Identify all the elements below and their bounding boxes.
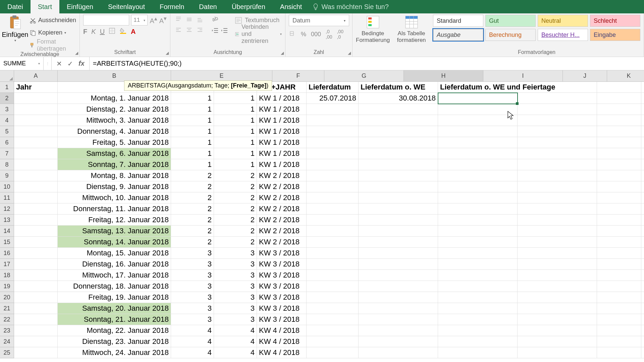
cell[interactable]: KW 1 / 2018	[257, 104, 307, 115]
cell[interactable]	[518, 93, 597, 104]
cell[interactable]	[14, 226, 58, 237]
cell[interactable]: KW 1 / 2018	[257, 148, 307, 159]
cell[interactable]	[438, 159, 518, 170]
align-middle-icon[interactable]	[184, 15, 194, 24]
cell[interactable]: 1	[214, 159, 257, 170]
column-header[interactable]: B	[58, 70, 171, 82]
cell[interactable]	[438, 104, 518, 115]
cell[interactable]: Lieferdatum	[307, 82, 359, 93]
cell[interactable]: Samstag, 6. Januar 2018	[58, 148, 171, 159]
cell[interactable]: KW 4 / 2018	[257, 336, 307, 347]
column-header[interactable]: H	[404, 70, 483, 82]
cell[interactable]	[14, 325, 58, 336]
cell[interactable]: 1	[214, 93, 257, 104]
cell[interactable]: 3	[171, 292, 214, 303]
cell[interactable]: 30.08.2018	[359, 93, 438, 104]
cell[interactable]: Dienstag, 9. Januar 2018	[58, 181, 171, 192]
cell[interactable]	[641, 181, 644, 192]
cell[interactable]	[307, 126, 359, 137]
cell[interactable]	[597, 148, 641, 159]
cell[interactable]	[359, 170, 438, 181]
cell[interactable]	[14, 347, 58, 358]
select-all-corner[interactable]	[0, 70, 14, 82]
menu-tab-daten[interactable]: Daten	[192, 0, 224, 13]
decrease-font-icon[interactable]: A▾	[159, 15, 167, 25]
cell[interactable]	[307, 170, 359, 181]
cell[interactable]	[359, 248, 438, 259]
cell[interactable]: 2	[214, 215, 257, 226]
merge-center-button[interactable]: Verbinden und zentrieren▾	[235, 28, 282, 40]
row-header[interactable]: 5	[0, 126, 14, 137]
style-schlecht[interactable]: Schlecht	[590, 15, 640, 27]
number-format-combo[interactable]: Datum▾	[289, 15, 349, 26]
cell[interactable]	[307, 325, 359, 336]
cell[interactable]	[597, 203, 641, 215]
cell[interactable]	[641, 215, 644, 226]
row-header[interactable]: 18	[0, 270, 14, 281]
cell[interactable]	[438, 270, 518, 281]
cell[interactable]: Mittwoch, 3. Januar 2018	[58, 115, 171, 126]
cell[interactable]	[438, 137, 518, 148]
dialog-launcher-icon[interactable]: ◢	[281, 51, 284, 55]
name-box[interactable]: SUMME▾	[0, 57, 44, 70]
style-eingabe[interactable]: Eingabe	[590, 29, 640, 41]
cell[interactable]: KW 1 / 2018	[257, 159, 307, 170]
cell[interactable]	[518, 170, 597, 181]
cell[interactable]: Donnerstag, 4. Januar 2018	[58, 126, 171, 137]
cell[interactable]	[438, 314, 518, 325]
italic-button[interactable]: K	[91, 28, 96, 36]
menu-tab-überprüfen[interactable]: Überprüfen	[224, 0, 273, 13]
cell[interactable]	[518, 281, 597, 292]
row-header[interactable]: 10	[0, 181, 14, 192]
cell[interactable]: 3	[171, 314, 214, 325]
cell[interactable]	[597, 137, 641, 148]
cell[interactable]	[14, 292, 58, 303]
cell[interactable]: Donnerstag, 11. Januar 2018	[58, 203, 171, 215]
cell[interactable]	[597, 248, 641, 259]
cell[interactable]: 3	[214, 292, 257, 303]
cell[interactable]: 2	[171, 203, 214, 215]
cell[interactable]	[14, 137, 58, 148]
cell[interactable]	[359, 314, 438, 325]
fill-color-button[interactable]	[119, 27, 127, 36]
cell[interactable]	[641, 303, 644, 314]
cell[interactable]	[518, 237, 597, 248]
align-right-icon[interactable]	[195, 25, 205, 35]
style-gut[interactable]: Gut	[485, 15, 536, 27]
cell[interactable]	[14, 270, 58, 281]
cell[interactable]: KW 1 / 2018	[257, 126, 307, 137]
cell[interactable]: 2	[214, 226, 257, 237]
align-center-icon[interactable]	[184, 25, 194, 35]
cell[interactable]	[518, 148, 597, 159]
menu-tab-formeln[interactable]: Formeln	[152, 0, 192, 13]
cell[interactable]: 3	[214, 248, 257, 259]
cell[interactable]	[14, 181, 58, 192]
cell[interactable]	[438, 203, 518, 215]
cell[interactable]	[518, 347, 597, 358]
cell[interactable]	[518, 115, 597, 126]
cell[interactable]	[359, 159, 438, 170]
cell[interactable]: 2	[214, 170, 257, 181]
menu-tab-einfügen[interactable]: Einfügen	[59, 0, 101, 13]
row-header[interactable]: 19	[0, 281, 14, 292]
dialog-launcher-icon[interactable]: ◢	[75, 51, 78, 55]
cell[interactable]	[359, 215, 438, 226]
cell[interactable]: 4	[214, 347, 257, 358]
style-ausgabe[interactable]: Ausgabe	[433, 29, 483, 41]
cell[interactable]	[641, 192, 644, 203]
cell[interactable]	[641, 148, 644, 159]
cell[interactable]	[14, 170, 58, 181]
cell[interactable]	[14, 248, 58, 259]
cell[interactable]	[359, 259, 438, 270]
cell[interactable]: 4	[171, 325, 214, 336]
row-header[interactable]: 12	[0, 203, 14, 215]
cell[interactable]: Lieferdatum o. WE und Feiertage	[438, 82, 597, 93]
style-besuchter[interactable]: Besuchter H...	[538, 29, 588, 41]
cell[interactable]: Dienstag, 23. Januar 2018	[58, 336, 171, 347]
cell[interactable]	[14, 215, 58, 226]
row-header[interactable]: 1	[0, 82, 14, 93]
cell[interactable]: KW 3 / 2018	[257, 270, 307, 281]
cell[interactable]	[641, 226, 644, 237]
style-standard[interactable]: Standard	[433, 15, 483, 27]
style-neutral[interactable]: Neutral	[538, 15, 588, 27]
